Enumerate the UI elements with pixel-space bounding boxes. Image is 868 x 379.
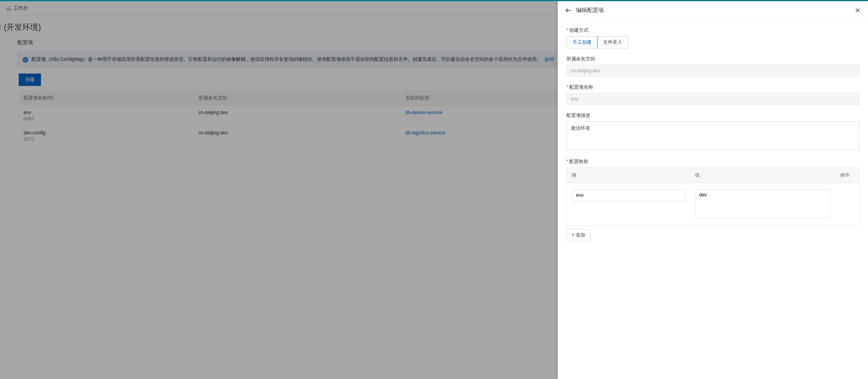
map-row xyxy=(567,183,859,226)
namespace-field xyxy=(566,65,859,77)
mode-manual-button[interactable]: 手工创建 xyxy=(566,36,597,49)
map-col-key: 键 xyxy=(567,168,690,183)
label-config-map: *配置映射 xyxy=(566,158,859,165)
label-config-desc: 配置项描述 xyxy=(566,112,859,119)
config-desc-field[interactable] xyxy=(566,121,859,150)
map-value-input[interactable] xyxy=(695,189,831,218)
drawer-edit-config: 编辑配置项 *创建方式 手工创建 文件录入 所属命名空间 *配置项名称 配置项描… xyxy=(558,1,868,379)
mode-file-button[interactable]: 文件录入 xyxy=(597,37,628,48)
drawer-header: 编辑配置项 xyxy=(558,1,868,20)
map-col-value: 值 xyxy=(690,168,835,183)
map-action-cell xyxy=(835,183,859,226)
label-namespace: 所属命名空间 xyxy=(566,56,859,62)
create-mode-toggle: 手工创建 文件录入 xyxy=(566,36,628,49)
drawer-title: 编辑配置项 xyxy=(576,7,850,14)
close-icon[interactable] xyxy=(854,7,861,14)
drawer-body: *创建方式 手工创建 文件录入 所属命名空间 *配置项名称 配置项描述 *配置映… xyxy=(558,20,868,379)
back-icon[interactable] xyxy=(565,7,572,14)
map-key-input[interactable] xyxy=(572,189,685,201)
add-mapping-button[interactable]: + 添加 xyxy=(566,229,590,241)
label-config-name: *配置项名称 xyxy=(566,84,859,91)
config-name-field xyxy=(566,93,859,105)
label-create-mode: *创建方式 xyxy=(566,27,859,34)
config-map-table: 键 值 操作 xyxy=(566,167,859,226)
map-col-action: 操作 xyxy=(835,168,859,183)
